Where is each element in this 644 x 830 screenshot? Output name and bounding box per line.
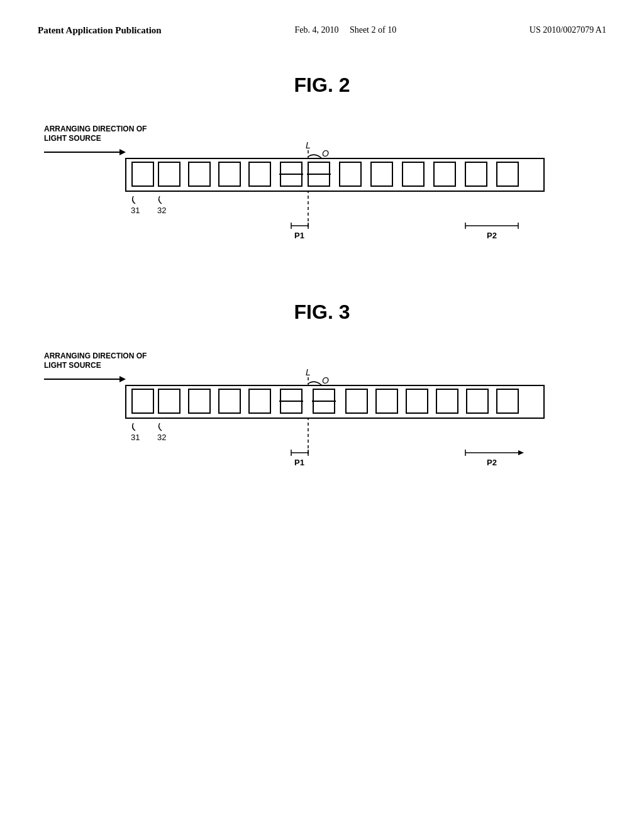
header-date-sheet: Feb. 4, 2010 Sheet 2 of 10 bbox=[294, 25, 396, 35]
svg-rect-42 bbox=[158, 389, 180, 413]
svg-text:31: 31 bbox=[131, 206, 140, 215]
svg-rect-22 bbox=[497, 162, 518, 186]
svg-text:32: 32 bbox=[157, 206, 166, 215]
header-publication-label: Patent Application Publication bbox=[38, 25, 162, 36]
header-date: Feb. 4, 2010 bbox=[294, 25, 338, 35]
header-sheet: Sheet 2 of 10 bbox=[350, 25, 396, 35]
header-patent-number: US 2010/0027079 A1 bbox=[530, 25, 606, 35]
svg-text:32: 32 bbox=[157, 433, 166, 442]
svg-rect-43 bbox=[189, 389, 210, 413]
svg-marker-64 bbox=[518, 450, 524, 455]
svg-text:L: L bbox=[306, 140, 311, 150]
svg-rect-9 bbox=[158, 162, 180, 186]
svg-rect-52 bbox=[406, 389, 428, 413]
svg-text:LIGHT SOURCE: LIGHT SOURCE bbox=[44, 134, 101, 143]
fig2-title: FIG. 2 bbox=[38, 74, 606, 97]
svg-marker-3 bbox=[119, 149, 126, 155]
svg-rect-21 bbox=[465, 162, 487, 186]
svg-rect-55 bbox=[497, 389, 518, 413]
fig3-diagram: ARRANGING DIRECTION OF LIGHT SOURCE L O bbox=[38, 343, 606, 477]
svg-rect-10 bbox=[189, 162, 210, 186]
header: Patent Application Publication Feb. 4, 2… bbox=[38, 25, 606, 36]
svg-text:P1: P1 bbox=[294, 231, 304, 240]
svg-rect-17 bbox=[340, 162, 361, 186]
svg-text:31: 31 bbox=[131, 433, 140, 442]
svg-text:P2: P2 bbox=[487, 458, 497, 467]
svg-rect-54 bbox=[467, 389, 488, 413]
svg-rect-50 bbox=[346, 389, 367, 413]
svg-text:L: L bbox=[306, 367, 311, 377]
svg-text:P1: P1 bbox=[294, 458, 304, 467]
svg-marker-36 bbox=[119, 376, 126, 382]
svg-rect-12 bbox=[249, 162, 270, 186]
svg-text:ARRANGING DIRECTION OF: ARRANGING DIRECTION OF bbox=[44, 124, 147, 133]
svg-text:LIGHT SOURCE: LIGHT SOURCE bbox=[44, 361, 101, 370]
svg-rect-20 bbox=[434, 162, 455, 186]
svg-text:O: O bbox=[322, 148, 329, 158]
figure-3-section: FIG. 3 ARRANGING DIRECTION OF LIGHT SOUR… bbox=[38, 301, 606, 477]
svg-rect-11 bbox=[219, 162, 240, 186]
svg-rect-41 bbox=[132, 389, 153, 413]
svg-rect-44 bbox=[219, 389, 240, 413]
svg-rect-18 bbox=[371, 162, 392, 186]
svg-text:O: O bbox=[322, 375, 329, 385]
svg-text:P2: P2 bbox=[487, 231, 497, 240]
page: Patent Application Publication Feb. 4, 2… bbox=[0, 0, 644, 830]
svg-rect-51 bbox=[376, 389, 397, 413]
fig3-title: FIG. 3 bbox=[38, 301, 606, 324]
fig2-diagram: ARRANGING DIRECTION OF LIGHT SOURCE L O bbox=[38, 116, 606, 250]
svg-rect-19 bbox=[402, 162, 424, 186]
svg-text:ARRANGING DIRECTION OF: ARRANGING DIRECTION OF bbox=[44, 351, 147, 360]
svg-rect-45 bbox=[249, 389, 270, 413]
svg-rect-53 bbox=[436, 389, 458, 413]
figure-2-section: FIG. 2 ARRANGING DIRECTION OF LIGHT SOUR… bbox=[38, 74, 606, 250]
svg-rect-8 bbox=[132, 162, 153, 186]
